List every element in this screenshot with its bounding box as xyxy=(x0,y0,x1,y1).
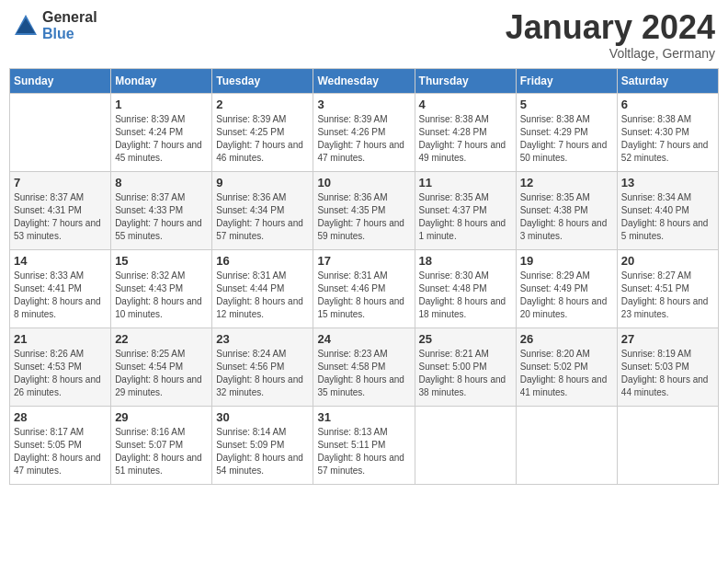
day-number: 16 xyxy=(216,254,309,268)
logo-blue: Blue xyxy=(42,26,97,42)
day-number: 22 xyxy=(115,332,208,346)
day-number: 21 xyxy=(14,332,107,346)
week-row-3: 14Sunrise: 8:33 AMSunset: 4:41 PMDayligh… xyxy=(10,249,719,327)
day-number: 12 xyxy=(520,176,613,190)
calendar-cell: 2Sunrise: 8:39 AMSunset: 4:25 PMDaylight… xyxy=(212,93,313,171)
day-info: Sunrise: 8:23 AMSunset: 4:58 PMDaylight:… xyxy=(317,348,410,399)
day-info: Sunrise: 8:34 AMSunset: 4:40 PMDaylight:… xyxy=(621,191,714,243)
day-info: Sunrise: 8:13 AMSunset: 5:11 PMDaylight:… xyxy=(317,426,410,477)
day-number: 2 xyxy=(216,98,309,111)
calendar-cell: 27Sunrise: 8:19 AMSunset: 5:03 PMDayligh… xyxy=(617,327,718,406)
location: Voltlage, Germany xyxy=(506,46,715,61)
day-number: 4 xyxy=(419,98,512,111)
day-header-wednesday: Wednesday xyxy=(313,68,415,93)
week-row-1: 1Sunrise: 8:39 AMSunset: 4:24 PMDaylight… xyxy=(10,93,719,171)
day-info: Sunrise: 8:38 AMSunset: 4:30 PMDaylight:… xyxy=(621,113,714,165)
day-number: 24 xyxy=(317,332,410,346)
logo-general: General xyxy=(42,9,97,26)
day-info: Sunrise: 8:31 AMSunset: 4:44 PMDaylight:… xyxy=(216,270,309,321)
calendar-cell: 16Sunrise: 8:31 AMSunset: 4:44 PMDayligh… xyxy=(212,249,313,327)
day-header-thursday: Thursday xyxy=(415,68,516,93)
day-number: 25 xyxy=(419,332,512,346)
day-number: 18 xyxy=(419,254,512,268)
day-number: 30 xyxy=(216,410,309,424)
calendar-cell: 5Sunrise: 8:38 AMSunset: 4:29 PMDaylight… xyxy=(516,93,617,171)
day-info: Sunrise: 8:30 AMSunset: 4:48 PMDaylight:… xyxy=(419,270,512,321)
day-info: Sunrise: 8:39 AMSunset: 4:24 PMDaylight:… xyxy=(115,113,208,165)
calendar-cell xyxy=(516,406,617,484)
calendar-cell: 15Sunrise: 8:32 AMSunset: 4:43 PMDayligh… xyxy=(111,249,212,327)
page-header: General Blue January 2024 Voltlage, Germ… xyxy=(9,9,719,61)
day-number: 14 xyxy=(14,254,107,268)
calendar-cell: 10Sunrise: 8:36 AMSunset: 4:35 PMDayligh… xyxy=(313,171,415,249)
calendar-cell: 12Sunrise: 8:35 AMSunset: 4:38 PMDayligh… xyxy=(516,171,617,249)
title-block: January 2024 Voltlage, Germany xyxy=(506,9,715,61)
day-info: Sunrise: 8:35 AMSunset: 4:38 PMDaylight:… xyxy=(520,191,613,243)
calendar-cell: 22Sunrise: 8:25 AMSunset: 4:54 PMDayligh… xyxy=(111,327,212,406)
day-number: 15 xyxy=(115,254,208,268)
day-info: Sunrise: 8:26 AMSunset: 4:53 PMDaylight:… xyxy=(14,348,107,399)
day-info: Sunrise: 8:14 AMSunset: 5:09 PMDaylight:… xyxy=(216,426,309,477)
day-number: 29 xyxy=(115,410,208,424)
calendar-cell: 24Sunrise: 8:23 AMSunset: 4:58 PMDayligh… xyxy=(313,327,415,406)
calendar-cell: 17Sunrise: 8:31 AMSunset: 4:46 PMDayligh… xyxy=(313,249,415,327)
calendar-cell: 26Sunrise: 8:20 AMSunset: 5:02 PMDayligh… xyxy=(516,327,617,406)
day-number: 31 xyxy=(317,410,410,424)
calendar-cell: 18Sunrise: 8:30 AMSunset: 4:48 PMDayligh… xyxy=(415,249,516,327)
day-number: 17 xyxy=(317,254,410,268)
calendar-cell: 14Sunrise: 8:33 AMSunset: 4:41 PMDayligh… xyxy=(10,249,111,327)
logo-text: General Blue xyxy=(42,9,97,41)
day-info: Sunrise: 8:24 AMSunset: 4:56 PMDaylight:… xyxy=(216,348,309,399)
calendar-cell xyxy=(617,406,718,484)
calendar-cell xyxy=(415,406,516,484)
calendar-cell: 31Sunrise: 8:13 AMSunset: 5:11 PMDayligh… xyxy=(313,406,415,484)
day-info: Sunrise: 8:39 AMSunset: 4:26 PMDaylight:… xyxy=(317,113,410,165)
calendar-cell xyxy=(10,93,111,171)
day-number: 7 xyxy=(14,176,107,190)
svg-marker-1 xyxy=(17,18,35,33)
month-title: January 2024 xyxy=(506,9,715,46)
week-row-5: 28Sunrise: 8:17 AMSunset: 5:05 PMDayligh… xyxy=(10,406,719,484)
day-info: Sunrise: 8:21 AMSunset: 5:00 PMDaylight:… xyxy=(419,348,512,399)
week-row-2: 7Sunrise: 8:37 AMSunset: 4:31 PMDaylight… xyxy=(10,171,719,249)
calendar-cell: 19Sunrise: 8:29 AMSunset: 4:49 PMDayligh… xyxy=(516,249,617,327)
day-info: Sunrise: 8:17 AMSunset: 5:05 PMDaylight:… xyxy=(14,426,107,477)
day-header-tuesday: Tuesday xyxy=(212,68,313,93)
calendar-cell: 6Sunrise: 8:38 AMSunset: 4:30 PMDaylight… xyxy=(617,93,718,171)
day-number: 3 xyxy=(317,98,410,111)
day-info: Sunrise: 8:36 AMSunset: 4:34 PMDaylight:… xyxy=(216,191,309,243)
day-info: Sunrise: 8:31 AMSunset: 4:46 PMDaylight:… xyxy=(317,270,410,321)
day-info: Sunrise: 8:37 AMSunset: 4:31 PMDaylight:… xyxy=(14,191,107,243)
day-info: Sunrise: 8:25 AMSunset: 4:54 PMDaylight:… xyxy=(115,348,208,399)
calendar-cell: 1Sunrise: 8:39 AMSunset: 4:24 PMDaylight… xyxy=(111,93,212,171)
day-info: Sunrise: 8:20 AMSunset: 5:02 PMDaylight:… xyxy=(520,348,613,399)
day-number: 13 xyxy=(621,176,714,190)
logo-icon xyxy=(13,13,39,39)
day-info: Sunrise: 8:16 AMSunset: 5:07 PMDaylight:… xyxy=(115,426,208,477)
day-number: 6 xyxy=(621,98,714,111)
day-header-saturday: Saturday xyxy=(617,68,718,93)
day-number: 19 xyxy=(520,254,613,268)
day-info: Sunrise: 8:38 AMSunset: 4:29 PMDaylight:… xyxy=(520,113,613,165)
day-number: 26 xyxy=(520,332,613,346)
calendar-cell: 8Sunrise: 8:37 AMSunset: 4:33 PMDaylight… xyxy=(111,171,212,249)
day-number: 28 xyxy=(14,410,107,424)
day-info: Sunrise: 8:32 AMSunset: 4:43 PMDaylight:… xyxy=(115,270,208,321)
day-info: Sunrise: 8:33 AMSunset: 4:41 PMDaylight:… xyxy=(14,270,107,321)
day-number: 8 xyxy=(115,176,208,190)
day-info: Sunrise: 8:38 AMSunset: 4:28 PMDaylight:… xyxy=(419,113,512,165)
day-info: Sunrise: 8:39 AMSunset: 4:25 PMDaylight:… xyxy=(216,113,309,165)
day-number: 23 xyxy=(216,332,309,346)
calendar-cell: 29Sunrise: 8:16 AMSunset: 5:07 PMDayligh… xyxy=(111,406,212,484)
calendar-cell: 4Sunrise: 8:38 AMSunset: 4:28 PMDaylight… xyxy=(415,93,516,171)
week-row-4: 21Sunrise: 8:26 AMSunset: 4:53 PMDayligh… xyxy=(10,327,719,406)
calendar-cell: 21Sunrise: 8:26 AMSunset: 4:53 PMDayligh… xyxy=(10,327,111,406)
day-info: Sunrise: 8:29 AMSunset: 4:49 PMDaylight:… xyxy=(520,270,613,321)
day-number: 27 xyxy=(621,332,714,346)
calendar-cell: 30Sunrise: 8:14 AMSunset: 5:09 PMDayligh… xyxy=(212,406,313,484)
calendar-cell: 11Sunrise: 8:35 AMSunset: 4:37 PMDayligh… xyxy=(415,171,516,249)
day-number: 9 xyxy=(216,176,309,190)
day-header-row: SundayMondayTuesdayWednesdayThursdayFrid… xyxy=(10,68,719,93)
day-number: 11 xyxy=(419,176,512,190)
calendar-cell: 7Sunrise: 8:37 AMSunset: 4:31 PMDaylight… xyxy=(10,171,111,249)
